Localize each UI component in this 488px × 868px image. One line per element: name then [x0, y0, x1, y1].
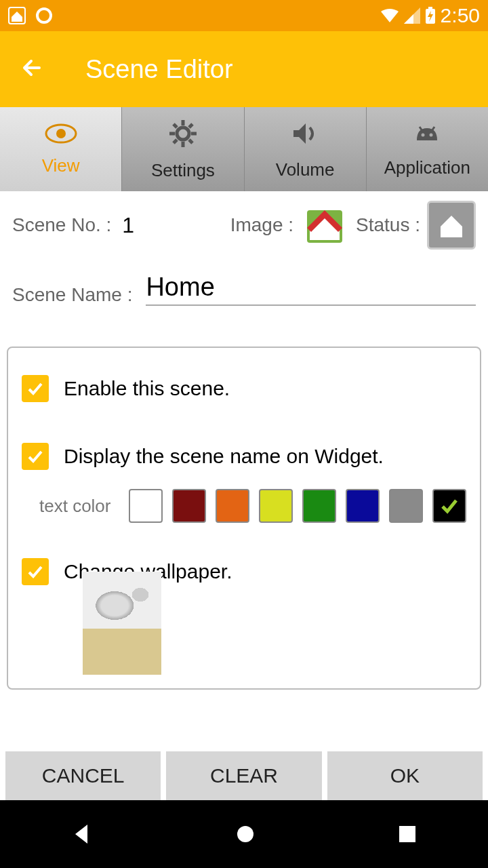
status-bar: 2:50: [0, 0, 488, 31]
display-widget-checkbox[interactable]: [22, 443, 49, 470]
speaker-icon: [289, 118, 321, 154]
enable-scene-checkbox[interactable]: [22, 375, 49, 402]
android-icon: [410, 120, 444, 152]
scene-name-input[interactable]: [146, 270, 476, 306]
wallpaper-thumbnail[interactable]: [83, 572, 161, 675]
svg-point-20: [237, 826, 253, 842]
svg-point-15: [422, 134, 425, 137]
svg-rect-3: [428, 7, 432, 9]
color-swatch-gray[interactable]: [389, 489, 423, 523]
svg-point-1: [37, 9, 51, 22]
tab-volume[interactable]: Volume: [244, 107, 366, 191]
svg-line-11: [174, 124, 177, 127]
wifi-icon: [380, 7, 400, 24]
tab-label: Settings: [151, 160, 215, 181]
tab-application[interactable]: Application: [366, 107, 488, 191]
svg-line-13: [174, 140, 177, 143]
tab-bar: View Settings Volume Application: [0, 107, 488, 191]
tab-label: View: [42, 155, 80, 176]
svg-rect-21: [399, 826, 415, 842]
scene-no-value: 1: [122, 213, 134, 238]
svg-line-18: [432, 127, 434, 131]
ok-button[interactable]: OK: [327, 751, 483, 800]
nav-back-icon[interactable]: [70, 822, 94, 846]
scene-no-label: Scene No. :: [12, 214, 111, 236]
color-swatch-yellow[interactable]: [259, 489, 293, 523]
gear-icon: [167, 117, 199, 155]
status-label: Status :: [356, 214, 420, 236]
status-time: 2:50: [441, 4, 480, 27]
nav-recent-icon[interactable]: [396, 823, 418, 845]
footer-buttons: CANCEL CLEAR OK: [0, 751, 488, 800]
color-swatch-selected[interactable]: [432, 489, 466, 523]
tab-settings[interactable]: Settings: [121, 107, 243, 191]
display-widget-label: Display the scene name on Widget.: [64, 445, 384, 468]
svg-point-6: [177, 127, 189, 140]
page-title: Scene Editor: [85, 55, 233, 84]
svg-line-12: [189, 140, 192, 143]
image-label: Image :: [230, 214, 293, 236]
home-status-icon: [8, 7, 26, 24]
color-swatch-green[interactable]: [302, 489, 336, 523]
scene-image-button[interactable]: [300, 201, 349, 250]
back-icon[interactable]: [19, 55, 45, 83]
app-bar: Scene Editor: [0, 31, 488, 107]
eye-icon: [44, 122, 78, 150]
color-swatch-white[interactable]: [129, 489, 163, 523]
color-swatch-darkred[interactable]: [172, 489, 206, 523]
options-panel: Enable this scene. Display the scene nam…: [7, 347, 481, 690]
clear-button[interactable]: CLEAR: [166, 751, 321, 800]
text-color-label: text color: [39, 496, 111, 517]
tab-label: Application: [384, 157, 470, 178]
svg-point-16: [430, 134, 433, 137]
nav-home-icon[interactable]: [233, 822, 258, 846]
signal-icon: [404, 7, 420, 24]
cancel-button[interactable]: CANCEL: [5, 751, 161, 800]
svg-line-17: [420, 127, 422, 131]
color-swatch-orange[interactable]: [216, 489, 249, 523]
tab-view[interactable]: View: [0, 107, 121, 191]
color-swatch-blue[interactable]: [346, 489, 380, 523]
android-nav-bar: [0, 800, 488, 868]
change-wallpaper-checkbox[interactable]: [22, 558, 49, 585]
scene-name-label: Scene Name :: [12, 284, 132, 306]
status-button[interactable]: [427, 201, 476, 250]
circle-status-icon: [35, 7, 53, 24]
enable-scene-label: Enable this scene.: [64, 377, 230, 400]
tab-label: Volume: [276, 159, 335, 180]
svg-line-14: [189, 124, 192, 127]
svg-point-5: [56, 129, 66, 138]
battery-icon: [424, 7, 436, 24]
